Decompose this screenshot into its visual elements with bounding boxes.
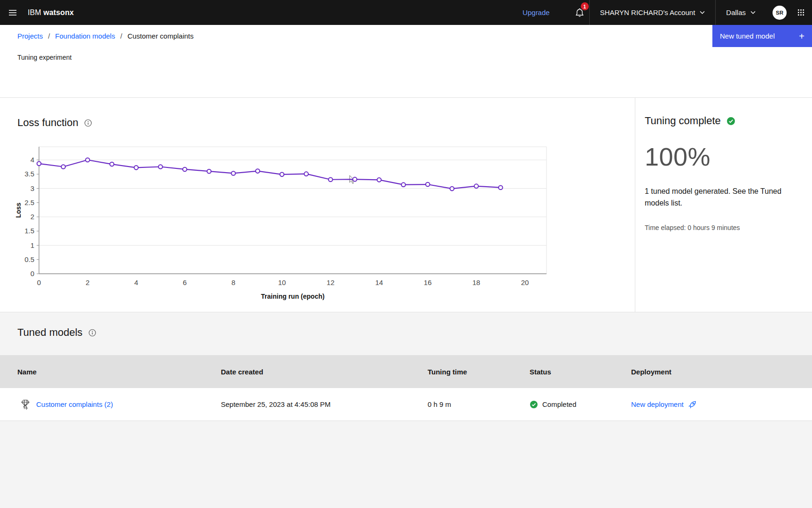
loss-line xyxy=(39,160,500,189)
chart-point[interactable] xyxy=(474,184,478,188)
column-header-deployment: Deployment xyxy=(631,368,812,376)
loss-chart: 00.511.522.533.5402468101214161820Traini… xyxy=(0,127,587,306)
chevron-down-icon xyxy=(750,11,756,14)
tuning-complete-title: Tuning complete xyxy=(645,115,721,127)
navbar-right: Upgrade 1 SHARYN RICHARD's Account Dalla… xyxy=(523,0,812,25)
success-check-icon xyxy=(726,117,735,126)
eyebrow-label: Tuning experiment xyxy=(17,54,71,61)
breadcrumb: Projects / Foundation models / Customer … xyxy=(17,25,194,47)
y-tick-label: 3.5 xyxy=(24,170,34,178)
new-tuned-model-label: New tuned model xyxy=(720,32,775,40)
chart-point[interactable] xyxy=(426,183,430,187)
top-navbar: IBM watsonx Upgrade 1 SHARYN RICHARD's A… xyxy=(0,0,812,25)
y-tick-label: 4 xyxy=(31,156,34,164)
deployment-cell: New deployment xyxy=(631,400,812,409)
notifications-button[interactable]: 1 xyxy=(570,0,589,25)
x-tick-label: 8 xyxy=(231,278,235,286)
tuning-status-panel: Tuning complete 100% 1 tuned model gener… xyxy=(635,98,812,312)
completed-check-icon xyxy=(530,400,538,409)
hamburger-icon xyxy=(8,8,17,17)
tuned-models-section: Tuned models Name Date created Tuning ti… xyxy=(0,312,812,508)
table-row: Customer complaints (2) September 25, 20… xyxy=(0,388,812,421)
info-icon[interactable] xyxy=(88,329,96,337)
chart-point[interactable] xyxy=(37,162,41,166)
column-header-tuning-time: Tuning time xyxy=(428,368,530,376)
new-tuned-model-button[interactable]: New tuned model + xyxy=(712,25,812,47)
chart-point[interactable] xyxy=(353,177,357,182)
status-cell: Completed xyxy=(530,400,631,409)
brand-prefix: IBM xyxy=(28,8,41,16)
rocket-icon xyxy=(688,400,697,409)
plus-icon: + xyxy=(799,32,804,41)
x-tick-label: 20 xyxy=(521,278,529,286)
y-tick-label: 0 xyxy=(31,270,34,278)
chart-point[interactable] xyxy=(134,166,139,170)
x-tick-label: 12 xyxy=(327,278,335,286)
brand-suffix: watsonx xyxy=(43,8,74,16)
tuned-models-title: Tuned models xyxy=(17,326,83,339)
x-tick-label: 6 xyxy=(183,278,187,286)
chart-point[interactable] xyxy=(207,169,211,174)
title-section: Tuning experiment Customer complaints La… xyxy=(0,47,812,98)
time-elapsed: Time elapsed: 0 hours 9 minutes xyxy=(645,224,803,231)
tuned-model-icon xyxy=(20,399,31,410)
chart-point[interactable] xyxy=(401,183,406,187)
x-axis-title: Training run (epoch) xyxy=(261,293,324,300)
y-tick-label: 0.5 xyxy=(24,255,34,263)
info-icon[interactable] xyxy=(84,119,92,127)
region-menu[interactable]: Dallas xyxy=(716,0,766,25)
brand-logo[interactable]: IBM watsonx xyxy=(28,8,74,17)
model-name-link[interactable]: Customer complaints (2) xyxy=(36,400,113,408)
chart-point[interactable] xyxy=(61,165,65,169)
account-menu[interactable]: SHARYN RICHARD's Account xyxy=(590,0,716,25)
breadcrumb-foundation-models[interactable]: Foundation models xyxy=(55,32,115,40)
y-tick-label: 1.5 xyxy=(24,227,34,235)
chart-point[interactable] xyxy=(86,158,90,162)
chart-point[interactable] xyxy=(158,165,163,169)
status-label: Completed xyxy=(542,400,577,408)
app-switcher-button[interactable] xyxy=(789,0,812,25)
x-tick-label: 18 xyxy=(472,278,480,286)
breadcrumb-separator: / xyxy=(48,32,50,40)
y-tick-label: 3 xyxy=(31,184,34,192)
chart-point[interactable] xyxy=(280,173,284,177)
model-name-cell: Customer complaints (2) xyxy=(17,399,221,410)
tuned-models-heading: Tuned models xyxy=(17,326,96,339)
chart-point[interactable] xyxy=(499,185,503,190)
x-tick-label: 2 xyxy=(86,278,89,286)
chart-point[interactable] xyxy=(183,167,187,172)
x-tick-label: 0 xyxy=(37,278,41,286)
table-header-row: Name Date created Tuning time Status Dep… xyxy=(0,355,812,388)
account-label: SHARYN RICHARD's Account xyxy=(600,8,695,16)
chart-point[interactable] xyxy=(328,177,333,182)
chart-point[interactable] xyxy=(450,187,454,191)
main-content: Loss function 00.511.522.533.54024681012… xyxy=(0,98,812,312)
region-label: Dallas xyxy=(726,8,746,16)
y-axis-title: Loss xyxy=(15,202,22,218)
x-tick-label: 16 xyxy=(424,278,432,286)
chart-point[interactable] xyxy=(110,162,114,167)
y-tick-label: 2 xyxy=(31,213,34,221)
upgrade-link[interactable]: Upgrade xyxy=(523,8,550,16)
notification-count-badge: 1 xyxy=(581,2,589,10)
chart-point[interactable] xyxy=(377,178,382,182)
chart-point[interactable] xyxy=(256,169,260,173)
new-deployment-link[interactable]: New deployment xyxy=(631,400,684,408)
chevron-down-icon xyxy=(700,11,705,14)
chart-point[interactable] xyxy=(231,171,235,175)
chart-point[interactable] xyxy=(304,172,308,176)
column-header-date-created: Date created xyxy=(221,368,428,376)
x-tick-label: 10 xyxy=(278,278,286,286)
breadcrumb-projects[interactable]: Projects xyxy=(17,32,43,40)
tuning-result-message: 1 tuned model generated. See the Tuned m… xyxy=(645,185,786,209)
avatar[interactable]: SR xyxy=(773,6,787,20)
x-tick-label: 4 xyxy=(134,278,138,286)
x-tick-label: 14 xyxy=(375,278,383,286)
column-header-name: Name xyxy=(17,368,221,376)
hamburger-menu-button[interactable] xyxy=(0,0,25,25)
tuning-progress-percent: 100% xyxy=(645,142,803,171)
column-header-status: Status xyxy=(530,368,631,376)
breadcrumb-current: Customer complaints xyxy=(127,32,194,40)
y-tick-label: 2.5 xyxy=(24,198,34,206)
tuning-complete-heading: Tuning complete xyxy=(645,115,803,127)
